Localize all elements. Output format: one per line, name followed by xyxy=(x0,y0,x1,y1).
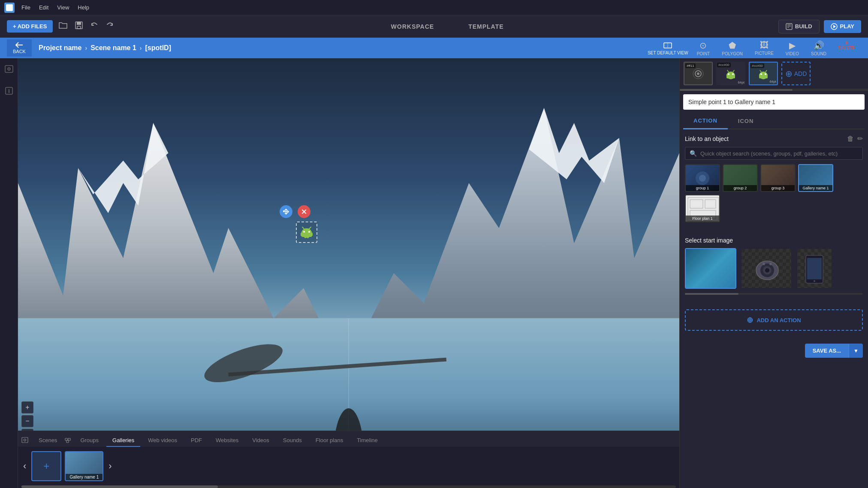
icon-strip-scroll-thumb xyxy=(680,89,793,91)
video-tool-button[interactable]: ▶ VIDEO xyxy=(780,39,805,58)
gallery1-label: Gallery name 1 xyxy=(799,185,832,191)
menu-view[interactable]: View xyxy=(57,4,69,11)
play-button[interactable]: PLAY xyxy=(824,20,861,33)
back-button[interactable]: BACK xyxy=(7,39,32,57)
start-img-1[interactable] xyxy=(685,248,736,289)
sidebar-scenes-icon[interactable] xyxy=(2,63,16,78)
start-img-3[interactable] xyxy=(796,248,848,289)
icon-strip-item-2[interactable]: #cc#00 64pt xyxy=(716,62,746,85)
svg-line-35 xyxy=(302,227,304,229)
point-icon-box[interactable] xyxy=(296,222,317,243)
svg-point-15 xyxy=(9,69,9,69)
breadcrumb-project[interactable]: Project name xyxy=(39,44,81,52)
svg-rect-37 xyxy=(301,233,302,236)
undo-button[interactable] xyxy=(88,19,101,34)
bottom-tabs: Scenes Groups Galleries Web videos PDF W… xyxy=(18,431,679,447)
start-image-scrollbar-track xyxy=(685,293,863,295)
point-delete-handle[interactable] xyxy=(298,205,310,218)
gallery-thumbnail-1[interactable]: Gallery name 1 xyxy=(65,451,103,481)
add-files-button[interactable]: + ADD FILES xyxy=(7,20,53,33)
start-img-bg-2 xyxy=(741,249,792,289)
back-label: BACK xyxy=(13,49,26,54)
svg-rect-4 xyxy=(786,24,792,30)
menu-help[interactable]: Help xyxy=(78,4,89,11)
polygon-tool-button[interactable]: ⬟ POLYGON xyxy=(716,39,749,58)
add-gallery-button[interactable]: + xyxy=(31,451,61,481)
toolbar-icons xyxy=(56,19,116,34)
bottom-scrollbar[interactable] xyxy=(21,485,676,488)
svg-point-43 xyxy=(24,439,26,441)
gallery-prev-button[interactable]: ‹ xyxy=(21,459,28,473)
plus-icon: ⊕ xyxy=(785,69,793,79)
icon-strip-scrollbar[interactable] xyxy=(680,89,868,91)
build-button[interactable]: BUILD xyxy=(778,20,820,33)
search-icon: 🔍 xyxy=(690,150,697,157)
open-folder-button[interactable] xyxy=(56,19,70,34)
tab-floorplans[interactable]: Floor plans xyxy=(310,434,349,447)
add-action-label: ADD AN ACTION xyxy=(756,317,801,323)
zoom-in-button[interactable]: + xyxy=(21,401,33,413)
gallery-next-button[interactable]: › xyxy=(107,459,113,473)
object-group1[interactable]: group 1 xyxy=(685,164,720,192)
groups-tab-icon xyxy=(65,437,71,444)
object-group3[interactable]: group 3 xyxy=(760,164,796,192)
link-section-title: Link to an object xyxy=(685,135,729,142)
object-floorplan1[interactable]: Floor plan 1 xyxy=(685,195,720,222)
point-tool-button[interactable]: ⊙ POINT xyxy=(691,39,716,58)
tab-sounds[interactable]: Sounds xyxy=(277,434,308,447)
canvas-area[interactable]: + − ⊡ Scenes Groups Galleries Web videos… xyxy=(18,58,679,488)
svg-line-61 xyxy=(766,70,767,72)
bottom-scrollbar-thumb xyxy=(21,485,218,488)
save-button[interactable] xyxy=(72,19,85,34)
sidebar-info-icon[interactable] xyxy=(3,84,15,99)
redo-button[interactable] xyxy=(103,19,116,34)
menu-edit[interactable]: Edit xyxy=(39,4,48,11)
tab-groups[interactable]: Groups xyxy=(74,434,105,447)
svg-rect-39 xyxy=(304,236,306,238)
object-group2[interactable]: group 2 xyxy=(723,164,758,192)
icon-strip-add[interactable]: ⊕ ADD xyxy=(781,62,811,85)
main-layout: + − ⊡ Scenes Groups Galleries Web videos… xyxy=(0,58,868,488)
tab-icon[interactable]: ICON xyxy=(728,113,764,129)
start-img-2[interactable] xyxy=(741,248,792,289)
template-tab[interactable]: TEMPLATE xyxy=(464,21,508,32)
link-edit-button[interactable]: ✏ xyxy=(857,135,863,143)
svg-point-74 xyxy=(769,263,772,265)
save-as-arrow-icon[interactable]: ▼ xyxy=(849,344,863,358)
sound-tool-button[interactable]: 🔊 SOUND xyxy=(805,39,832,58)
tab-websites[interactable]: Websites xyxy=(210,434,244,447)
delete-tool-button[interactable]: 🗑 DELETE xyxy=(832,39,861,58)
tab-timeline[interactable]: Timeline xyxy=(351,434,384,447)
start-image-scrollbar[interactable] xyxy=(685,293,863,295)
breadcrumb-bar: BACK Project name › Scene name 1 › [spot… xyxy=(0,38,868,58)
object-gallery1[interactable]: Gallery name 1 xyxy=(798,164,833,192)
save-as-button[interactable]: SAVE AS... ▼ xyxy=(805,344,863,358)
svg-line-55 xyxy=(733,70,734,72)
breadcrumb-spotid[interactable]: [spotID] xyxy=(145,44,171,52)
tab-videos[interactable]: Videos xyxy=(246,434,275,447)
move-handle[interactable] xyxy=(280,205,292,218)
start-image-title: Select start image xyxy=(685,237,733,244)
picture-tool-button[interactable]: 🖼 PICTURE xyxy=(749,39,780,58)
group1-label: group 1 xyxy=(686,185,719,191)
bottom-panel: Scenes Groups Galleries Web videos PDF W… xyxy=(18,431,679,488)
add-action-button[interactable]: ⊕ ADD AN ACTION xyxy=(685,309,863,331)
svg-rect-46 xyxy=(66,440,69,443)
zoom-out-button[interactable]: − xyxy=(21,415,33,427)
tab-action[interactable]: ACTION xyxy=(683,113,728,129)
link-delete-button[interactable]: 🗑 xyxy=(847,135,854,143)
tab-galleries[interactable]: Galleries xyxy=(106,434,140,447)
tab-scenes[interactable]: Scenes xyxy=(33,434,63,447)
object-search-input[interactable] xyxy=(700,150,858,157)
icon-strip-add-btn[interactable]: ⊕ ADD xyxy=(781,62,811,85)
svg-rect-51 xyxy=(726,74,735,78)
menu-file[interactable]: File xyxy=(21,4,30,11)
tab-webvideos[interactable]: Web videos xyxy=(142,434,183,447)
icon-strip-item-1[interactable]: #ff11 xyxy=(683,62,713,85)
set-default-view-button[interactable]: SET DEFAULT VIEW xyxy=(648,41,688,55)
top-menu-bar: File Edit View Help xyxy=(0,0,868,15)
icon-strip-item-3[interactable]: #cc#00 64pt xyxy=(748,62,778,85)
breadcrumb-scene[interactable]: Scene name 1 xyxy=(90,44,136,52)
tab-pdf[interactable]: PDF xyxy=(185,434,208,447)
workspace-tab[interactable]: WORKSPACE xyxy=(387,21,439,32)
